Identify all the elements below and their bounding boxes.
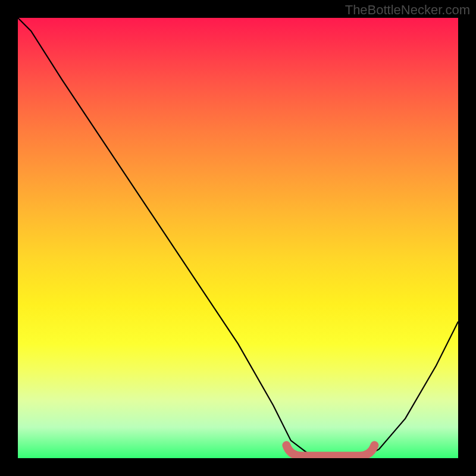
bottleneck-curve-line bbox=[18, 18, 458, 458]
curve-svg bbox=[18, 18, 458, 458]
chart-container: TheBottleNecker.com bbox=[0, 0, 476, 476]
plot-area bbox=[18, 18, 458, 458]
watermark-text: TheBottleNecker.com bbox=[345, 2, 470, 18]
